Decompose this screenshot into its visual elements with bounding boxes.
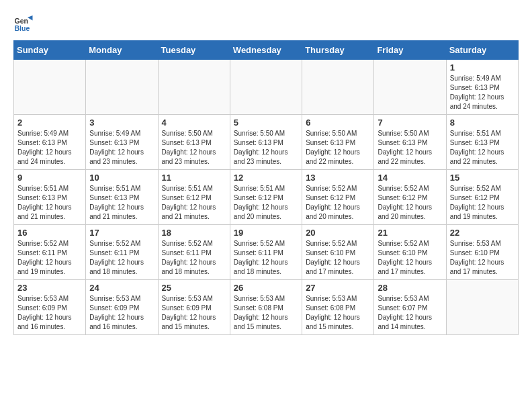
day-info: Sunrise: 5:51 AM Sunset: 6:13 PM Dayligh… (450, 129, 515, 167)
svg-text:Blue: Blue (15, 24, 30, 32)
calendar-cell: 3Sunrise: 5:49 AM Sunset: 6:13 PM Daylig… (86, 115, 158, 170)
calendar-cell: 20Sunrise: 5:52 AM Sunset: 6:10 PM Dayli… (302, 225, 374, 280)
calendar-table: SundayMondayTuesdayWednesdayThursdayFrid… (13, 40, 519, 335)
calendar-cell: 26Sunrise: 5:53 AM Sunset: 6:08 PM Dayli… (230, 280, 302, 335)
calendar-cell (158, 60, 230, 115)
day-number: 26 (234, 283, 298, 293)
header-sunday: Sunday (14, 41, 86, 60)
calendar-cell: 15Sunrise: 5:52 AM Sunset: 6:12 PM Dayli… (446, 170, 518, 225)
day-number: 14 (378, 173, 442, 183)
week-row-4: 23Sunrise: 5:53 AM Sunset: 6:09 PM Dayli… (14, 280, 519, 335)
week-row-0: 1Sunrise: 5:49 AM Sunset: 6:13 PM Daylig… (14, 60, 519, 115)
day-info: Sunrise: 5:49 AM Sunset: 6:13 PM Dayligh… (89, 129, 154, 167)
week-row-2: 9Sunrise: 5:51 AM Sunset: 6:13 PM Daylig… (14, 170, 519, 225)
day-info: Sunrise: 5:52 AM Sunset: 6:11 PM Dayligh… (162, 239, 226, 277)
day-info: Sunrise: 5:52 AM Sunset: 6:11 PM Dayligh… (17, 239, 82, 277)
calendar-cell: 10Sunrise: 5:51 AM Sunset: 6:13 PM Dayli… (86, 170, 158, 225)
calendar-header-row: SundayMondayTuesdayWednesdayThursdayFrid… (14, 41, 519, 60)
header-saturday: Saturday (446, 41, 518, 60)
day-number: 4 (162, 118, 226, 128)
calendar-cell: 13Sunrise: 5:52 AM Sunset: 6:12 PM Dayli… (302, 170, 374, 225)
day-info: Sunrise: 5:50 AM Sunset: 6:13 PM Dayligh… (162, 129, 226, 167)
day-info: Sunrise: 5:52 AM Sunset: 6:12 PM Dayligh… (306, 184, 370, 222)
calendar-cell: 19Sunrise: 5:52 AM Sunset: 6:11 PM Dayli… (230, 225, 302, 280)
day-info: Sunrise: 5:51 AM Sunset: 6:13 PM Dayligh… (89, 184, 154, 222)
day-number: 25 (162, 283, 226, 293)
calendar-cell: 16Sunrise: 5:52 AM Sunset: 6:11 PM Dayli… (14, 225, 86, 280)
day-info: Sunrise: 5:53 AM Sunset: 6:09 PM Dayligh… (162, 294, 226, 332)
calendar-cell (446, 280, 518, 335)
calendar-cell: 22Sunrise: 5:53 AM Sunset: 6:10 PM Dayli… (446, 225, 518, 280)
calendar-cell: 4Sunrise: 5:50 AM Sunset: 6:13 PM Daylig… (158, 115, 230, 170)
day-info: Sunrise: 5:51 AM Sunset: 6:12 PM Dayligh… (234, 184, 298, 222)
day-number: 20 (306, 228, 370, 238)
day-info: Sunrise: 5:53 AM Sunset: 6:07 PM Dayligh… (378, 294, 442, 332)
header-wednesday: Wednesday (230, 41, 302, 60)
day-number: 7 (378, 118, 442, 128)
day-info: Sunrise: 5:49 AM Sunset: 6:13 PM Dayligh… (17, 129, 82, 167)
day-number: 2 (17, 118, 82, 128)
day-number: 28 (378, 283, 442, 293)
day-number: 21 (378, 228, 442, 238)
day-number: 9 (17, 173, 82, 183)
logo-icon: Gen Blue (13, 13, 34, 34)
day-number: 19 (234, 228, 298, 238)
calendar-cell: 7Sunrise: 5:50 AM Sunset: 6:13 PM Daylig… (374, 115, 446, 170)
calendar-cell: 12Sunrise: 5:51 AM Sunset: 6:12 PM Dayli… (230, 170, 302, 225)
day-number: 8 (450, 118, 515, 128)
calendar-cell: 21Sunrise: 5:52 AM Sunset: 6:10 PM Dayli… (374, 225, 446, 280)
header: Gen Blue (13, 13, 519, 34)
calendar-cell: 9Sunrise: 5:51 AM Sunset: 6:13 PM Daylig… (14, 170, 86, 225)
header-thursday: Thursday (302, 41, 374, 60)
header-tuesday: Tuesday (158, 41, 230, 60)
day-info: Sunrise: 5:52 AM Sunset: 6:12 PM Dayligh… (378, 184, 442, 222)
day-info: Sunrise: 5:51 AM Sunset: 6:12 PM Dayligh… (162, 184, 226, 222)
calendar-cell: 23Sunrise: 5:53 AM Sunset: 6:09 PM Dayli… (14, 280, 86, 335)
day-info: Sunrise: 5:49 AM Sunset: 6:13 PM Dayligh… (450, 74, 515, 111)
day-info: Sunrise: 5:51 AM Sunset: 6:13 PM Dayligh… (17, 184, 82, 222)
day-info: Sunrise: 5:53 AM Sunset: 6:09 PM Dayligh… (89, 294, 154, 332)
day-number: 27 (306, 283, 370, 293)
calendar-cell: 28Sunrise: 5:53 AM Sunset: 6:07 PM Dayli… (374, 280, 446, 335)
header-monday: Monday (86, 41, 158, 60)
day-info: Sunrise: 5:52 AM Sunset: 6:11 PM Dayligh… (234, 239, 298, 277)
day-info: Sunrise: 5:50 AM Sunset: 6:13 PM Dayligh… (378, 129, 442, 167)
calendar-cell (302, 60, 374, 115)
calendar-cell: 2Sunrise: 5:49 AM Sunset: 6:13 PM Daylig… (14, 115, 86, 170)
day-info: Sunrise: 5:52 AM Sunset: 6:10 PM Dayligh… (378, 239, 442, 277)
day-number: 16 (17, 228, 82, 238)
day-info: Sunrise: 5:53 AM Sunset: 6:10 PM Dayligh… (450, 239, 515, 277)
calendar-cell: 14Sunrise: 5:52 AM Sunset: 6:12 PM Dayli… (374, 170, 446, 225)
day-info: Sunrise: 5:50 AM Sunset: 6:13 PM Dayligh… (306, 129, 370, 167)
day-number: 22 (450, 228, 515, 238)
calendar-cell (14, 60, 86, 115)
svg-marker-2 (28, 15, 33, 21)
calendar-cell: 17Sunrise: 5:52 AM Sunset: 6:11 PM Dayli… (86, 225, 158, 280)
day-number: 10 (89, 173, 154, 183)
day-info: Sunrise: 5:52 AM Sunset: 6:11 PM Dayligh… (89, 239, 154, 277)
day-number: 12 (234, 173, 298, 183)
header-friday: Friday (374, 41, 446, 60)
day-info: Sunrise: 5:52 AM Sunset: 6:12 PM Dayligh… (450, 184, 515, 222)
week-row-3: 16Sunrise: 5:52 AM Sunset: 6:11 PM Dayli… (14, 225, 519, 280)
day-info: Sunrise: 5:50 AM Sunset: 6:13 PM Dayligh… (234, 129, 298, 167)
calendar-cell: 18Sunrise: 5:52 AM Sunset: 6:11 PM Dayli… (158, 225, 230, 280)
day-info: Sunrise: 5:52 AM Sunset: 6:10 PM Dayligh… (306, 239, 370, 277)
calendar-cell: 27Sunrise: 5:53 AM Sunset: 6:08 PM Dayli… (302, 280, 374, 335)
calendar-cell (86, 60, 158, 115)
day-info: Sunrise: 5:53 AM Sunset: 6:08 PM Dayligh… (306, 294, 370, 332)
calendar-cell (374, 60, 446, 115)
week-row-1: 2Sunrise: 5:49 AM Sunset: 6:13 PM Daylig… (14, 115, 519, 170)
calendar-cell: 5Sunrise: 5:50 AM Sunset: 6:13 PM Daylig… (230, 115, 302, 170)
day-info: Sunrise: 5:53 AM Sunset: 6:09 PM Dayligh… (17, 294, 82, 332)
day-number: 6 (306, 118, 370, 128)
day-number: 18 (162, 228, 226, 238)
day-info: Sunrise: 5:53 AM Sunset: 6:08 PM Dayligh… (234, 294, 298, 332)
logo: Gen Blue (13, 13, 36, 34)
day-number: 11 (162, 173, 226, 183)
day-number: 5 (234, 118, 298, 128)
calendar-cell: 1Sunrise: 5:49 AM Sunset: 6:13 PM Daylig… (446, 60, 518, 115)
calendar-cell: 11Sunrise: 5:51 AM Sunset: 6:12 PM Dayli… (158, 170, 230, 225)
day-number: 23 (17, 283, 82, 293)
day-number: 3 (89, 118, 154, 128)
